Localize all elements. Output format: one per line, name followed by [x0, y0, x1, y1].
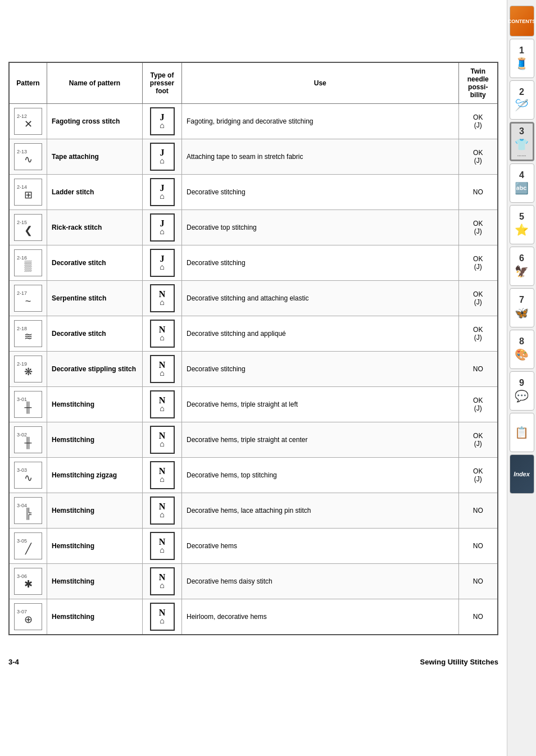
contents-label: CONTENTS [508, 19, 536, 24]
pattern-cell-10: 3-03∿ [9, 458, 47, 493]
pattern-cell-0: 2-12✕ [9, 104, 47, 139]
pattern-cell-11: 3-04╠ [9, 493, 47, 529]
use-cell-9: Decorative hems, triple straight at cent… [182, 422, 459, 458]
twin-cell-5: OK(J) [458, 281, 498, 316]
foot-cell-1: J⌂ [143, 139, 182, 175]
tab-7-number: 7 [519, 295, 524, 305]
name-cell-13: Hemstitching [47, 564, 143, 599]
sidebar-tab-1[interactable]: 1 🧵 [510, 39, 534, 78]
twin-cell-4: OK(J) [458, 245, 498, 281]
name-cell-3: Rick-rack stitch [47, 210, 143, 245]
name-cell-5: Serpentine stitch [47, 281, 143, 316]
twin-cell-13: NO [458, 564, 498, 599]
sidebar-tab-contents[interactable]: CONTENTS [510, 6, 534, 37]
twin-cell-1: OK(J) [458, 139, 498, 175]
tab-7-icon: 🦋 [515, 306, 529, 320]
use-cell-0: Fagoting, bridging and decorative stitch… [182, 104, 459, 139]
foot-cell-9: N⌂ [143, 422, 182, 458]
header-pattern: Pattern [9, 62, 47, 104]
table-row: 2-18≋Decorative stitchN⌂Decorative stitc… [9, 316, 498, 352]
pattern-cell-7: 2-19❋ [9, 352, 47, 387]
footer: 3-4 Sewing Utility Stitches [0, 652, 507, 669]
header-foot: Type of presser foot [143, 62, 182, 104]
sidebar-tab-7[interactable]: 7 🦋 [510, 288, 534, 327]
foot-cell-0: J⌂ [143, 104, 182, 139]
sidebar-tab-10[interactable]: 📋 [510, 413, 534, 452]
tab-4-icon: 🔤 [515, 181, 529, 195]
pattern-cell-3: 2-15❮ [9, 210, 47, 245]
foot-cell-13: N⌂ [143, 564, 182, 599]
twin-cell-7: NO [458, 352, 498, 387]
table-row: 2-17~Serpentine stitchN⌂Decorative stitc… [9, 281, 498, 316]
table-row: 3-06✱HemstitchingN⌂Decorative hems daisy… [9, 564, 498, 599]
use-cell-14: Heirloom, decorative hems [182, 599, 459, 635]
header-use: Use [182, 62, 459, 104]
table-row: 3-01╫HemstitchingN⌂Decorative hems, trip… [9, 387, 498, 422]
pattern-cell-14: 3-07⊕ [9, 599, 47, 635]
foot-cell-7: N⌂ [143, 352, 182, 387]
foot-cell-5: N⌂ [143, 281, 182, 316]
use-cell-6: Decorative stitching and appliqué [182, 316, 459, 352]
twin-cell-10: OK(J) [458, 458, 498, 493]
use-cell-7: Decorative stitching [182, 352, 459, 387]
pattern-cell-8: 3-01╫ [9, 387, 47, 422]
index-label: Index [514, 471, 530, 477]
pattern-cell-4: 2-16▒ [9, 245, 47, 281]
foot-cell-11: N⌂ [143, 493, 182, 529]
name-cell-0: Fagoting cross stitch [47, 104, 143, 139]
sidebar-tab-6[interactable]: 6 🦅 [510, 247, 534, 286]
foot-cell-2: J⌂ [143, 175, 182, 210]
table-row: 2-12✕Fagoting cross stitchJ⌂Fagoting, br… [9, 104, 498, 139]
table-row: 2-16▒Decorative stitchJ⌂Decorative stitc… [9, 245, 498, 281]
name-cell-8: Hemstitching [47, 387, 143, 422]
tab-8-icon: 🎨 [515, 348, 529, 361]
right-sidebar: CONTENTS 1 🧵 2 🪡 3 👕 …… 4 🔤 5 ⭐ 6 🦅 7 🦋 … [507, 0, 536, 756]
foot-cell-4: J⌂ [143, 245, 182, 281]
foot-cell-6: N⌂ [143, 316, 182, 352]
use-cell-3: Decorative top stitching [182, 210, 459, 245]
footer-title: Sewing Utility Stitches [420, 658, 498, 666]
tab-3-icon: 👕 [515, 138, 529, 151]
use-cell-5: Decorative stitching and attaching elast… [182, 281, 459, 316]
pattern-cell-2: 2-14⊞ [9, 175, 47, 210]
main-content: Pattern Name of pattern Type of presser … [0, 0, 507, 652]
table-row: 2-19❋Decorative stippling stitchN⌂Decora… [9, 352, 498, 387]
tab-8-number: 8 [519, 336, 524, 347]
tab-4-number: 4 [519, 170, 524, 180]
table-row: 2-14⊞Ladder stitchJ⌂Decorative stitching… [9, 175, 498, 210]
twin-cell-3: OK(J) [458, 210, 498, 245]
footer-page: 3-4 [8, 658, 19, 666]
foot-cell-3: J⌂ [143, 210, 182, 245]
table-row: 3-05╱HemstitchingN⌂Decorative hemsNO [9, 529, 498, 564]
foot-cell-10: N⌂ [143, 458, 182, 493]
tab-2-number: 2 [519, 87, 524, 97]
sidebar-tab-8[interactable]: 8 🎨 [510, 330, 534, 369]
pattern-cell-6: 2-18≋ [9, 316, 47, 352]
use-cell-11: Decorative hems, lace attaching pin stit… [182, 493, 459, 529]
name-cell-2: Ladder stitch [47, 175, 143, 210]
pattern-cell-1: 2-13∿ [9, 139, 47, 175]
table-row: 3-03∿Hemstitching zigzagN⌂Decorative hem… [9, 458, 498, 493]
sidebar-tab-3[interactable]: 3 👕 …… [510, 122, 534, 161]
name-cell-7: Decorative stippling stitch [47, 352, 143, 387]
name-cell-12: Hemstitching [47, 529, 143, 564]
sidebar-tab-index[interactable]: Index [510, 454, 534, 494]
pattern-cell-9: 3-02╫ [9, 422, 47, 458]
sidebar-tab-5[interactable]: 5 ⭐ [510, 205, 534, 244]
twin-cell-6: OK(J) [458, 316, 498, 352]
twin-cell-14: NO [458, 599, 498, 635]
table-row: 3-07⊕HemstitchingN⌂Heirloom, decorative … [9, 599, 498, 635]
table-row: 3-02╫HemstitchingN⌂Decorative hems, trip… [9, 422, 498, 458]
sidebar-tab-2[interactable]: 2 🪡 [510, 80, 534, 120]
top-area [8, 6, 498, 62]
header-twin: Twinneedlepossi-bility [458, 62, 498, 104]
sidebar-tab-9[interactable]: 9 💬 [510, 371, 534, 411]
sidebar-tab-4[interactable]: 4 🔤 [510, 163, 534, 203]
tab-5-icon: ⭐ [515, 223, 529, 236]
use-cell-2: Decorative stitching [182, 175, 459, 210]
twin-cell-11: NO [458, 493, 498, 529]
foot-cell-12: N⌂ [143, 529, 182, 564]
tab-6-icon: 🦅 [515, 265, 529, 278]
name-cell-11: Hemstitching [47, 493, 143, 529]
header-name: Name of pattern [47, 62, 143, 104]
